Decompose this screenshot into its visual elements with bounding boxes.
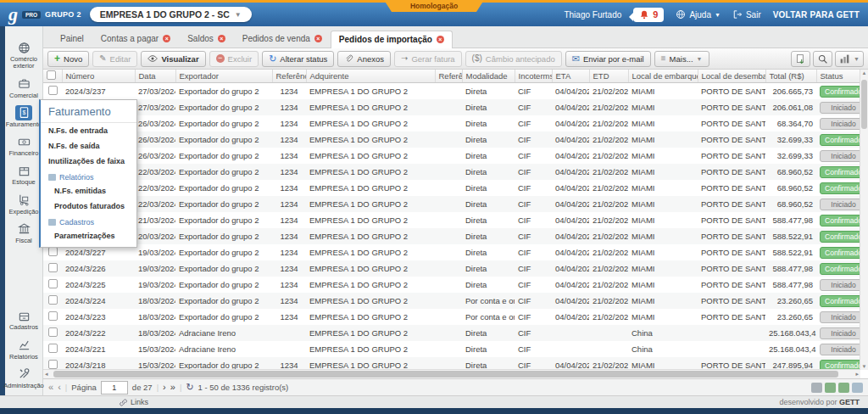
select-all-checkbox[interactable] <box>47 70 56 80</box>
tab-close-icon[interactable]: × <box>314 35 322 42</box>
flyout-item-inutiliza-es-de-faixa[interactable]: Inutilizações de faixa <box>41 154 136 169</box>
status-badge: Confirmado <box>820 134 860 146</box>
cell-total-r: 32.699,33 <box>765 131 816 148</box>
row-checkbox[interactable] <box>48 86 58 95</box>
advance-exchange-button[interactable]: ($)Câmbio antecipado <box>465 51 562 67</box>
search-button[interactable] <box>813 51 832 67</box>
scroll-right-icon[interactable]: ▸ <box>855 370 859 378</box>
links-button[interactable]: Links <box>119 398 148 407</box>
first-page-button[interactable]: « <box>48 383 53 392</box>
tab-pedidos-de-venda[interactable]: Pedidos de venda× <box>234 30 331 48</box>
row-checkbox[interactable] <box>48 311 58 321</box>
table-row[interactable]: 2024/3/22218/03/2024Adraciane IrenoEMPRE… <box>43 325 860 341</box>
cell-modalidade: Por conta e ordem <box>462 309 515 325</box>
tab-close-icon[interactable]: × <box>437 36 444 43</box>
cell-modalidade: Direta <box>462 260 515 277</box>
table-row[interactable]: 2024/3/23627/03/2024Exportador do grupo … <box>43 99 860 115</box>
delete-button[interactable]: −Excluir <box>209 51 259 67</box>
sidebar-item-estoque[interactable]: Estoque <box>5 163 43 186</box>
view-button[interactable]: Visualizar <box>141 51 205 67</box>
select-all-header[interactable] <box>43 70 62 83</box>
back-to-gett-link[interactable]: VOLTAR PARA GETT <box>773 10 860 20</box>
table-row[interactable]: 2024/3/22619/03/2024Exportador do grupo … <box>43 260 860 277</box>
attachments-button[interactable]: Anexos <box>337 51 391 67</box>
table-row[interactable]: 2024/3/22921/03/2024Exportador do grupo … <box>43 212 860 228</box>
table-row[interactable]: 2024/3/23022/03/2024Exportador do grupo … <box>43 196 860 212</box>
scroll-left-icon[interactable]: ◂ <box>45 370 48 378</box>
table-row[interactable]: 2024/3/22719/03/2024Exportador do grupo … <box>43 244 860 260</box>
table-row[interactable]: 2024/3/23326/03/2024Exportador do grupo … <box>43 148 860 164</box>
table-row[interactable]: 2024/3/22115/03/2024Adraciane IrenoEMPRE… <box>43 341 860 357</box>
notifications-button[interactable]: 9 <box>633 8 664 22</box>
row-checkbox[interactable] <box>48 279 58 288</box>
sidebar-item-faturamento[interactable]: $ Faturamento <box>5 105 43 128</box>
edit-button[interactable]: ✎Editar <box>92 51 137 67</box>
cell-status: Iniciado <box>816 277 860 293</box>
cell-refer-ncia: 1234 <box>272 309 306 325</box>
scroll-up-icon[interactable]: ▲ <box>860 70 868 76</box>
flyout-item-produtos-faturados[interactable]: Produtos faturados <box>41 199 136 214</box>
chart-view-button[interactable]: ▼ <box>835 51 864 67</box>
export-csv-icon[interactable] <box>852 383 863 393</box>
row-checkbox[interactable] <box>48 344 58 353</box>
export-xls-icon[interactable] <box>825 383 836 393</box>
status-badge: Iniciado <box>820 118 860 130</box>
logout-button[interactable]: Sair <box>732 9 761 20</box>
refresh-icon[interactable]: ↻ <box>186 382 193 393</box>
change-status-button[interactable]: ↻Alterar status <box>262 51 334 67</box>
more-button[interactable]: ≡Mais...▼ <box>654 51 709 67</box>
export-ods-icon[interactable] <box>838 383 849 393</box>
row-checkbox[interactable] <box>48 295 58 305</box>
sidebar-item-cadastros[interactable]: Cadastros <box>5 308 43 331</box>
scroll-down-icon[interactable]: ▼ <box>860 364 868 369</box>
horizontal-scrollbar[interactable]: ◂ ▸ <box>43 369 860 378</box>
help-menu[interactable]: Ajuda ▼ <box>676 9 721 20</box>
sidebar-item-financeiro[interactable]: Financeiro <box>5 134 43 157</box>
row-checkbox[interactable] <box>48 263 58 272</box>
sidebar-item-comercio-exterior[interactable]: Comércio exterior <box>5 40 43 70</box>
flyout-item-n-fs-emitidas[interactable]: N.Fs. emitidas <box>41 183 136 199</box>
sidebar-item-administracao[interactable]: Administração <box>5 366 43 389</box>
sidebar-item-relatorios[interactable]: Relatórios <box>5 338 43 361</box>
cell-local-de-embarque: MIAMI <box>628 244 698 260</box>
row-checkbox[interactable] <box>48 360 58 369</box>
table-row[interactable]: 2024/3/23222/03/2024Exportador do grupo … <box>43 164 860 180</box>
page-input[interactable] <box>101 381 128 394</box>
table-row[interactable]: 2024/3/22820/03/2024Exportador do grupo … <box>43 228 860 244</box>
table-row[interactable]: 2024/3/23727/03/2024Exportador do grupo … <box>43 83 860 100</box>
tab-pedidos-de-importa-o[interactable]: Pedidos de importação× <box>331 31 453 48</box>
table-row[interactable]: 2024/3/23526/03/2024Exportador do grupo … <box>43 115 860 131</box>
flyout-item-n-fs-de-entrada[interactable]: N.Fs. de entrada <box>41 123 136 138</box>
vertical-scrollbar[interactable]: ▲ ▼ <box>860 70 868 370</box>
table-row[interactable]: 2024/3/22318/03/2024Exportador do grupo … <box>43 309 860 325</box>
last-page-button[interactable]: » <box>170 383 175 392</box>
row-checkbox[interactable] <box>48 327 58 337</box>
cell-data: 22/03/2024 <box>135 196 175 212</box>
prev-page-button[interactable]: ‹ <box>58 383 61 392</box>
row-checkbox[interactable] <box>48 247 58 256</box>
table-row[interactable]: 2024/3/23122/03/2024Exportador do grupo … <box>43 180 860 196</box>
flyout-item-n-fs-de-sa-da[interactable]: N.Fs. de saída <box>41 138 136 154</box>
table-row[interactable]: 2024/3/23426/03/2024Exportador do grupo … <box>43 131 860 148</box>
table-row[interactable]: 2024/3/22418/03/2024Exportador do grupo … <box>43 293 860 309</box>
print-icon[interactable] <box>811 383 822 393</box>
new-button[interactable]: +Novo <box>47 51 89 67</box>
sidebar-item-expedicao[interactable]: Expedição <box>5 193 43 215</box>
table-row[interactable]: 2024/3/22519/03/2024Exportador do grupo … <box>43 277 860 293</box>
tab-contas-a-pagar[interactable]: Contas a pagar× <box>92 30 179 48</box>
generate-invoice-button[interactable]: ➝Gerar fatura <box>394 51 462 67</box>
vertical-scroll-thumb[interactable] <box>861 80 867 129</box>
sidebar-item-fiscal[interactable]: Fiscal <box>5 221 43 244</box>
send-email-button[interactable]: ✉Enviar por e-mail <box>565 51 651 67</box>
tab-close-icon[interactable]: × <box>218 35 225 42</box>
tab-close-icon[interactable]: × <box>163 35 170 42</box>
tab-saldos[interactable]: Saldos× <box>179 30 234 48</box>
horizontal-scroll-thumb[interactable] <box>53 371 838 378</box>
pencil-icon: ✎ <box>99 54 106 63</box>
company-selector[interactable]: EMPRESA 1 DO GRUPO 2 - SC ▼ <box>90 7 252 22</box>
next-page-button[interactable]: › <box>163 383 166 392</box>
flyout-item-parametriza-es[interactable]: Parametrizações <box>41 228 136 243</box>
sidebar-item-comercial[interactable]: Comercial <box>5 76 43 99</box>
tab-painel[interactable]: Painel <box>52 30 92 48</box>
export-button[interactable] <box>791 51 810 67</box>
